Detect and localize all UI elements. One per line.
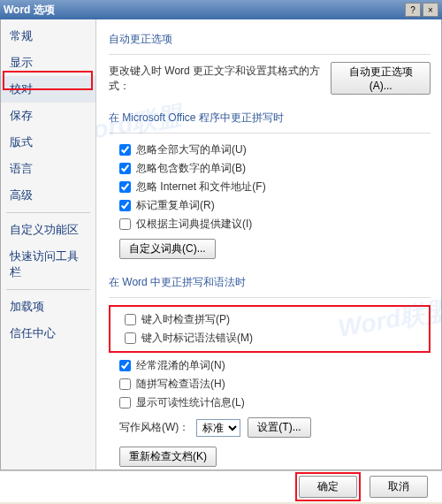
settings-button[interactable]: 设置(T)... [248, 417, 310, 438]
office-label-2: 忽略 Internet 和文件地址(F) [136, 179, 266, 195]
highlight-box-ok: 确定 [295, 472, 361, 501]
autocorrect-options-button[interactable]: 自动更正选项(A)... [331, 62, 431, 95]
custom-dictionary-button[interactable]: 自定义词典(C)... [119, 239, 216, 259]
sidebar-item-3[interactable]: 保存 [1, 103, 95, 129]
word-a-label-1: 键入时标记语法错误(M) [141, 331, 253, 346]
section-autocorrect-title: 自动更正选项 [109, 27, 431, 55]
sidebar-item-5[interactable]: 语言 [1, 156, 95, 182]
sidebar-item-4[interactable]: 版式 [1, 129, 95, 156]
section-word-title: 在 Word 中更正拼写和语法时 [109, 270, 431, 298]
sidebar-item-2[interactable]: 校对 [1, 76, 95, 103]
office-checkbox-4[interactable] [119, 218, 131, 230]
word-a-checkbox-1[interactable] [125, 332, 136, 344]
office-label-1: 忽略包含数字的单词(B) [136, 161, 246, 176]
sidebar-item-9[interactable]: 加载项 [1, 294, 95, 320]
word-b-label-1: 随拼写检查语法(H) [136, 377, 225, 392]
word-b-label-0: 经常混淆的单词(N) [136, 358, 225, 373]
dialog-footer: 确定 取消 [0, 470, 442, 502]
word-b-label-2: 显示可读性统计信息(L) [136, 395, 245, 410]
ok-button[interactable]: 确定 [299, 476, 357, 498]
main-panel: Word联盟 Word联盟 自动更正选项 更改键入时 Word 更正文字和设置其… [96, 19, 441, 470]
sidebar-item-6[interactable]: 高级 [1, 182, 95, 209]
word-b-checkbox-2[interactable] [119, 397, 131, 409]
office-label-0: 忽略全部大写的单词(U) [136, 142, 247, 157]
sidebar-item-8[interactable]: 快速访问工具栏 [1, 243, 95, 286]
office-checkbox-0[interactable] [119, 144, 131, 156]
help-icon[interactable]: ? [405, 3, 421, 17]
word-b-checkbox-0[interactable] [119, 360, 131, 371]
sidebar: 常规显示校对保存版式语言高级自定义功能区快速访问工具栏加载项信任中心 [1, 19, 96, 470]
office-checkbox-2[interactable] [119, 181, 131, 193]
recheck-document-button[interactable]: 重新检查文档(K) [119, 447, 217, 467]
word-b-checkbox-1[interactable] [119, 378, 131, 390]
office-checkbox-3[interactable] [119, 200, 131, 211]
sidebar-item-10[interactable]: 信任中心 [1, 320, 95, 347]
office-checkbox-1[interactable] [119, 163, 131, 174]
autocorrect-intro: 更改键入时 Word 更正文字和设置其格式的方式： [109, 64, 324, 94]
sidebar-item-1[interactable]: 显示 [1, 50, 95, 76]
office-label-3: 标记重复单词(R) [136, 198, 215, 213]
writing-style-select[interactable]: 标准 [196, 419, 240, 437]
writing-style-label: 写作风格(W)： [119, 420, 189, 435]
sidebar-item-7[interactable]: 自定义功能区 [1, 217, 95, 243]
highlight-box-spellcheck: 键入时检查拼写(P)键入时标记语法错误(M) [109, 305, 431, 353]
close-icon[interactable]: × [423, 3, 438, 17]
titlebar: Word 选项 ? × [0, 0, 442, 19]
section-office-title: 在 Microsoft Office 程序中更正拼写时 [109, 105, 431, 134]
office-label-4: 仅根据主词典提供建议(I) [136, 217, 252, 232]
word-a-label-0: 键入时检查拼写(P) [141, 312, 230, 327]
window-title: Word 选项 [4, 3, 403, 18]
word-a-checkbox-0[interactable] [125, 314, 136, 325]
cancel-button[interactable]: 取消 [370, 476, 428, 498]
sidebar-item-0[interactable]: 常规 [1, 23, 95, 50]
